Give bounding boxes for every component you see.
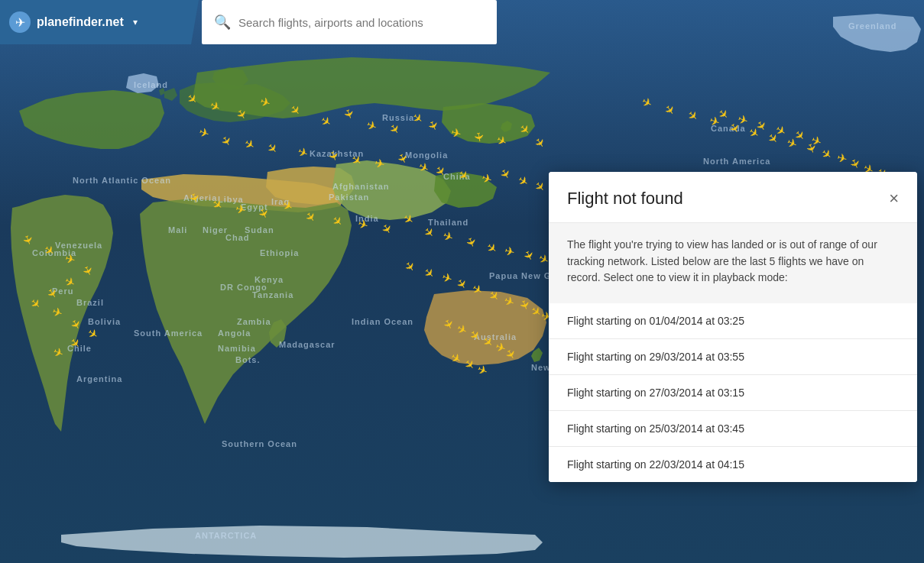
search-area: 🔍 [202, 0, 497, 44]
search-input[interactable] [238, 16, 485, 29]
flight-list-item[interactable]: Flight starting on 29/03/2014 at 03:55 [549, 339, 917, 375]
modal-title: Flight not found [567, 189, 683, 209]
search-icon: 🔍 [214, 14, 231, 31]
flight-list-item[interactable]: Flight starting on 25/03/2014 at 03:45 [549, 411, 917, 447]
modal-flight-list: Flight starting on 01/04/2014 at 03:25Fl… [549, 303, 917, 482]
brand-icon: ✈ [9, 11, 31, 33]
brand-dropdown-arrow: ▾ [133, 17, 138, 28]
brand-name: planefinder.net [37, 15, 124, 29]
flight-list-item[interactable]: Flight starting on 01/04/2014 at 03:25 [549, 303, 917, 339]
flight-list-item[interactable]: Flight starting on 27/03/2014 at 03:15 [549, 375, 917, 411]
modal-header: Flight not found × [549, 172, 917, 223]
brand-area[interactable]: ✈ planefinder.net ▾ [0, 0, 191, 44]
topbar: ✈ planefinder.net ▾ 🔍 [0, 0, 497, 44]
modal-description: The flight you're trying to view has lan… [567, 237, 899, 286]
modal-close-button[interactable]: × [886, 187, 902, 210]
modal-body: The flight you're trying to view has lan… [549, 223, 917, 303]
flight-not-found-modal: Flight not found × The flight you're try… [549, 172, 917, 482]
flight-list-item[interactable]: Flight starting on 22/03/2014 at 04:15 [549, 447, 917, 482]
